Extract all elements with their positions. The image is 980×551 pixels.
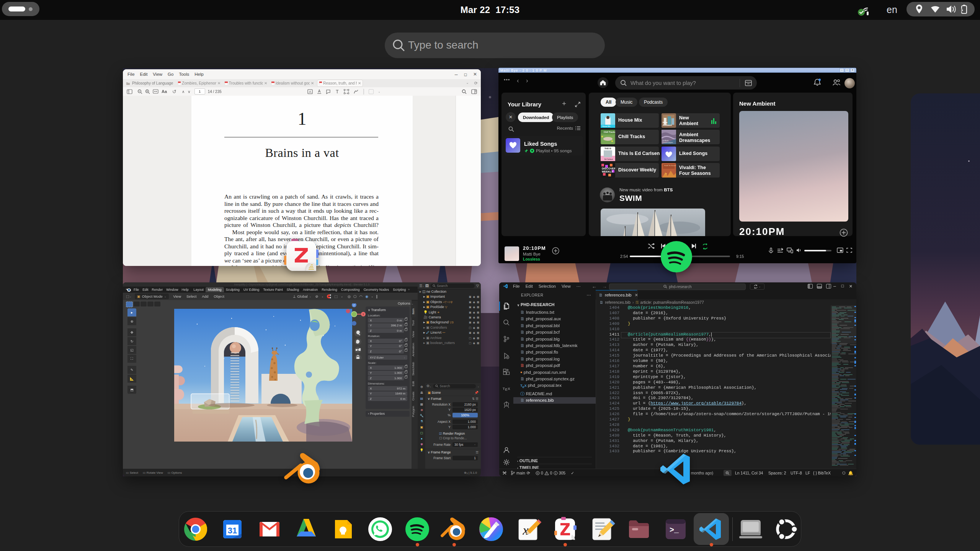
svg-text:A: A <box>318 89 321 93</box>
svg-text:31: 31 <box>228 526 237 535</box>
svg-text:Dreamscapes: Dreamscapes <box>662 142 673 143</box>
svg-text:Ambient: Ambient <box>663 124 672 126</box>
svg-text:Ed Carlsen: Ed Carlsen <box>604 158 613 160</box>
svg-text:THIS IS: THIS IS <box>604 147 611 150</box>
svg-text:DISCOVER: DISCOVER <box>602 167 615 170</box>
svg-text:T: T <box>336 89 339 94</box>
svg-text:X: X <box>363 313 364 316</box>
svg-text:Vivaldi The Seasons: Vivaldi The Seasons <box>664 165 676 166</box>
svg-text:House Mix: House Mix <box>602 126 611 127</box>
svg-text:New: New <box>663 121 668 124</box>
svg-text:Z: Z <box>353 304 355 306</box>
svg-text:A: A <box>309 90 311 94</box>
svg-text:Chill Tracks: Chill Tracks <box>604 131 615 133</box>
svg-text:WEEKLY: WEEKLY <box>602 170 613 173</box>
svg-text:>_: >_ <box>670 526 679 535</box>
